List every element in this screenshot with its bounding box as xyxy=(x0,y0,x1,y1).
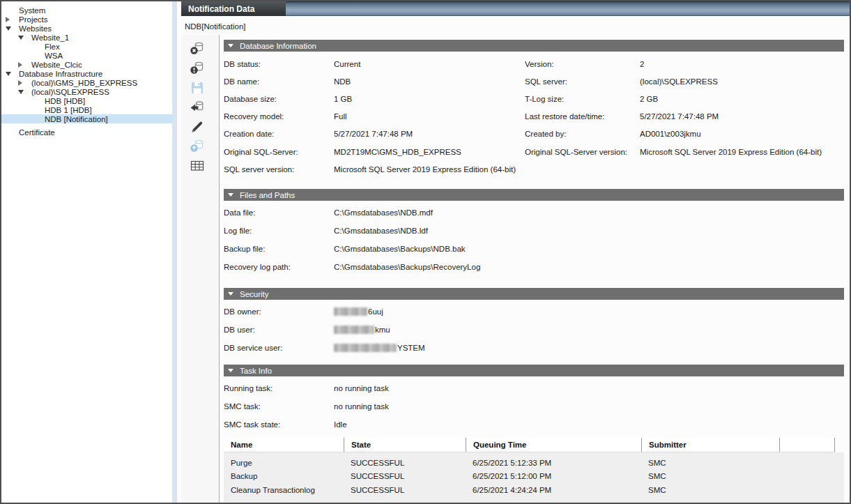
field-value: 5/27/2021 7:47:48 PM xyxy=(334,130,525,138)
section-header-security[interactable]: Security xyxy=(224,288,844,300)
tree-item-local-sqlexpress[interactable]: (local)\SQLEXPRESS xyxy=(1,87,172,96)
cell-submitter: SMC xyxy=(641,483,779,496)
chevron-down-icon[interactable] xyxy=(6,72,19,76)
field-row: SQL server version:Microsoft SQL Server … xyxy=(224,160,844,178)
column-header-name[interactable]: Name xyxy=(224,438,344,452)
field-row: Recovery model:Full Last restore date/ti… xyxy=(224,108,844,125)
table-row[interactable]: Backup SUCCESSFUL 6/25/2021 5:12:00 PM S… xyxy=(224,470,844,483)
field-value: kmu xyxy=(375,326,390,334)
field-value: NDB xyxy=(334,77,525,86)
cell-queuing-time: 6/25/2021 4:24:24 PM xyxy=(466,483,641,496)
field-value: 1 GB xyxy=(334,95,525,103)
task-table-body: Purge SUCCESSFUL 6/25/2021 5:12:33 PM SM… xyxy=(224,452,844,503)
chevron-down-icon[interactable] xyxy=(18,90,31,94)
field-value: C:\Gmsdatabases\Backups\RecoveryLog xyxy=(334,263,844,271)
field-label: DB service user: xyxy=(224,344,334,352)
field-label: DB owner: xyxy=(224,307,334,316)
tree-scrollbar[interactable] xyxy=(172,1,177,503)
field-value: 6uuj xyxy=(368,307,383,316)
tree-item-database-infrastructure[interactable]: Database Infrastructure xyxy=(1,69,172,78)
delete-database-button[interactable] xyxy=(189,40,206,57)
table-view-icon xyxy=(189,158,206,174)
field-label: SMC task state: xyxy=(224,420,334,429)
edit-icon xyxy=(189,119,206,135)
upgrade-database-button[interactable] xyxy=(189,138,206,155)
field-value: C:\Gmsdatabases\NDB.ldf xyxy=(334,227,844,235)
field-row: Backup file:C:\Gmsdatabases\Backups\NDB.… xyxy=(224,240,844,258)
panel-title-tab[interactable]: Notification Data xyxy=(181,1,286,16)
section-title: Database Information xyxy=(240,42,316,50)
field-label: SQL server: xyxy=(525,77,640,86)
tree-item-ndb-notification[interactable]: NDB [Notification] xyxy=(1,114,172,123)
section-header-database-information[interactable]: Database Information xyxy=(224,40,844,52)
field-label: Creation date: xyxy=(224,130,334,138)
field-row: DB user:kmu xyxy=(224,321,844,339)
tree-item-label: Website_1 xyxy=(31,33,69,42)
section-header-task-info[interactable]: Task Info xyxy=(224,365,844,376)
field-label: Version: xyxy=(525,60,640,68)
field-value: Current xyxy=(334,60,525,68)
tree-item-website-1[interactable]: Website_1 xyxy=(1,33,172,42)
cell-queuing-time: 6/25/2021 5:12:00 PM xyxy=(466,470,641,483)
tree-item-hdb-1[interactable]: HDB 1 [HDB] xyxy=(1,105,172,114)
tree-item-website-clcic[interactable]: Website_Clcic xyxy=(1,60,172,69)
save-database-button[interactable] xyxy=(189,79,206,96)
field-value: 5/27/2021 7:47:48 PM xyxy=(640,112,844,121)
redacted-value xyxy=(334,326,374,334)
cell-queuing-time: 6/25/2021 5:12:33 PM xyxy=(466,456,641,469)
section-title: Task Info xyxy=(240,367,272,375)
field-value: 2 xyxy=(640,60,844,68)
section-collapse-icon xyxy=(228,193,233,197)
tree-item-label: Websites xyxy=(19,24,52,33)
cell-state: SUCCESSFUL xyxy=(344,456,466,469)
chevron-down-icon[interactable] xyxy=(18,36,31,40)
field-label: Backup file: xyxy=(224,245,334,253)
tree-item-label: Certificate xyxy=(19,128,55,137)
task-table-header: Name State Queuing Time Submitter xyxy=(224,438,835,452)
edit-database-button[interactable] xyxy=(189,119,206,135)
restore-database-button[interactable] xyxy=(189,99,206,116)
tree-item-label: Projects xyxy=(19,15,48,24)
chevron-right-icon[interactable] xyxy=(18,80,31,86)
database-toolbar xyxy=(181,35,220,503)
field-row: Database size:1 GB T-Log size:2 GB xyxy=(224,90,844,107)
tree-item-system[interactable]: System xyxy=(1,6,172,15)
table-view-button[interactable] xyxy=(189,158,206,174)
chevron-right-icon[interactable] xyxy=(6,17,19,22)
table-row[interactable]: Purge SUCCESSFUL 6/25/2021 5:12:33 PM SM… xyxy=(224,456,844,469)
field-value: Idle xyxy=(334,420,844,429)
task-info-fields: Running task:no running task SMC task:no… xyxy=(224,376,844,434)
tree-item-websites[interactable]: Websites xyxy=(1,24,172,33)
tree-item-flex[interactable]: Flex xyxy=(1,42,172,51)
cell-name: Backup xyxy=(224,470,344,483)
table-row[interactable]: Cleanup Transactionlog SUCCESSFUL 6/25/2… xyxy=(224,483,844,496)
tree-item-label: (local)\GMS_HDB_EXPRESS xyxy=(31,79,137,87)
field-value: MD2T19MC\GMS_HDB_EXPRESS xyxy=(334,148,525,156)
database-info-button[interactable] xyxy=(189,60,206,77)
redacted-value xyxy=(334,344,397,352)
field-row: DB status:Current Version:2 xyxy=(224,55,844,72)
chevron-right-icon[interactable] xyxy=(18,62,31,68)
tree-item-label: System xyxy=(19,6,45,15)
field-value: no running task xyxy=(334,402,844,411)
field-row: Original SQL-Server:MD2T19MC\GMS_HDB_EXP… xyxy=(224,143,844,160)
section-header-files-and-paths[interactable]: Files and Paths xyxy=(224,189,844,201)
files-and-paths-fields: Data file:C:\Gmsdatabases\NDB.mdf Log fi… xyxy=(224,201,844,276)
field-row: DB name:NDB SQL server:(local)\SQLEXPRES… xyxy=(224,72,844,90)
tree-item-hdb[interactable]: HDB [HDB] xyxy=(1,96,172,105)
field-row: Creation date:5/27/2021 7:47:48 PM Creat… xyxy=(224,125,844,143)
tree-item-projects[interactable]: Projects xyxy=(1,15,172,24)
tree-item-wsa[interactable]: WSA xyxy=(1,51,172,60)
field-label: Recovery model: xyxy=(224,112,334,121)
redacted-value xyxy=(334,307,367,316)
column-header-submitter[interactable]: Submitter xyxy=(641,438,779,452)
tree-item-local-gms-hdb-express[interactable]: (local)\GMS_HDB_EXPRESS xyxy=(1,78,172,87)
cell-submitter: SMC xyxy=(641,470,779,483)
column-header-state[interactable]: State xyxy=(344,438,466,452)
tree-item-certificate[interactable]: Certificate xyxy=(1,128,172,137)
navigation-tree: System Projects Websites Website_1 Flex … xyxy=(1,1,172,503)
chevron-down-icon[interactable] xyxy=(6,26,19,31)
field-value: C:\Gmsdatabases\Backups\NDB.bak xyxy=(334,245,844,253)
field-value: Microsoft SQL Server 2019 Express Editio… xyxy=(334,165,525,174)
column-header-queuing-time[interactable]: Queuing Time xyxy=(466,438,641,452)
